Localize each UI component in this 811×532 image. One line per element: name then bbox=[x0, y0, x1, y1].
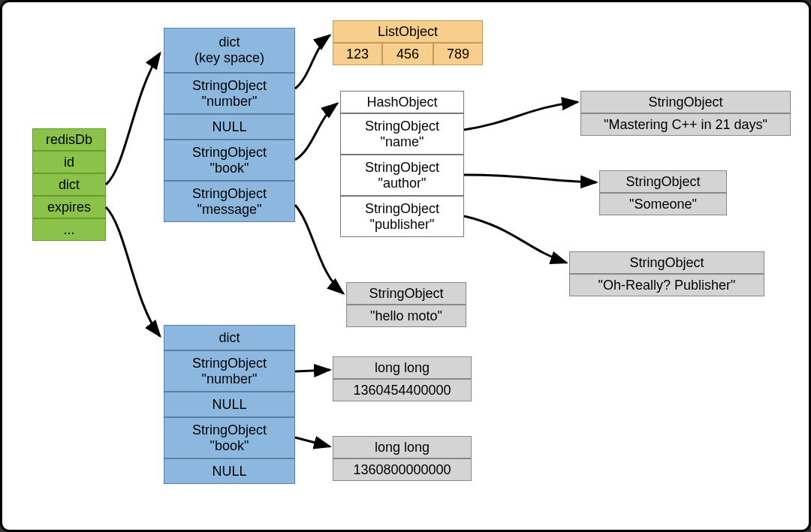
redisdb-header: redisDb bbox=[32, 128, 106, 151]
expires-entry-null2: NULL bbox=[164, 458, 295, 484]
label-line2: "name" bbox=[381, 134, 424, 150]
label-line2: "number" bbox=[202, 371, 258, 387]
label-line1: StringObject bbox=[365, 119, 439, 134]
listobject-item-1: 456 bbox=[382, 43, 433, 65]
keyspace-entry-book: StringObject "book" bbox=[164, 140, 295, 181]
expires-entry-book: StringObject "book" bbox=[164, 417, 295, 458]
redisdb-field-id: id bbox=[32, 151, 106, 173]
hashobject-field-name: StringObject "name" bbox=[340, 113, 464, 155]
label-line1: StringObject bbox=[192, 356, 267, 371]
hashval-publisher-header: StringObject bbox=[569, 251, 764, 274]
hashobject-header: HashObject bbox=[340, 91, 464, 113]
label-line1: StringObject bbox=[192, 78, 267, 94]
hashobject-field-publisher: StringObject "publisher" bbox=[340, 196, 464, 237]
hashval-name-value: "Mastering C++ in 21 days" bbox=[580, 113, 791, 136]
expires-entry-number: StringObject "number" bbox=[164, 350, 295, 392]
longlong2-value: 1360800000000 bbox=[333, 458, 472, 481]
keyspace-dict-header-l2: (key space) bbox=[194, 50, 264, 66]
label-line2: "book" bbox=[210, 161, 249, 176]
expires-entry-null1: NULL bbox=[164, 392, 295, 417]
label-line2: "number" bbox=[202, 94, 258, 110]
label-line1: StringObject bbox=[192, 422, 267, 438]
hashval-author-value: "Someone" bbox=[599, 193, 727, 215]
keyspace-entry-number: StringObject "number" bbox=[164, 73, 295, 114]
hashval-name-header: StringObject bbox=[580, 91, 791, 113]
listobject-item-0: 123 bbox=[333, 43, 382, 65]
longlong2-header: long long bbox=[333, 436, 472, 458]
keyspace-entry-null: NULL bbox=[164, 114, 295, 140]
label-line2: "author" bbox=[378, 176, 427, 191]
hashobject-field-author: StringObject "author" bbox=[340, 155, 464, 196]
label-line2: "book" bbox=[210, 438, 249, 454]
label-line2: "message" bbox=[197, 202, 262, 218]
redisdb-field-more: ... bbox=[32, 218, 106, 241]
redisdb-field-expires: expires bbox=[32, 196, 106, 218]
longlong1-value: 1360454400000 bbox=[333, 379, 472, 401]
label-line2: "publisher" bbox=[370, 217, 435, 233]
message-value-value: "hello moto" bbox=[346, 305, 466, 327]
longlong1-header: long long bbox=[333, 356, 472, 379]
hashval-publisher-value: "Oh-Really? Publisher" bbox=[569, 274, 764, 296]
expires-dict-header: dict bbox=[164, 325, 295, 350]
message-value-header: StringObject bbox=[346, 282, 466, 305]
label-line1: StringObject bbox=[192, 186, 267, 202]
redisdb-field-dict: dict bbox=[32, 173, 106, 196]
label-line1: StringObject bbox=[365, 160, 439, 176]
hashval-author-header: StringObject bbox=[599, 170, 727, 193]
listobject-item-2: 789 bbox=[433, 43, 483, 65]
diagram-frame: redisDb id dict expires ... dict (key sp… bbox=[0, 0, 811, 532]
label-line1: StringObject bbox=[365, 201, 439, 217]
listobject-header: ListObject bbox=[333, 20, 483, 43]
keyspace-entry-message: StringObject "message" bbox=[164, 181, 295, 222]
label-line1: StringObject bbox=[192, 145, 267, 161]
keyspace-dict-header: dict (key space) bbox=[164, 28, 295, 73]
keyspace-dict-header-l1: dict bbox=[219, 35, 240, 50]
